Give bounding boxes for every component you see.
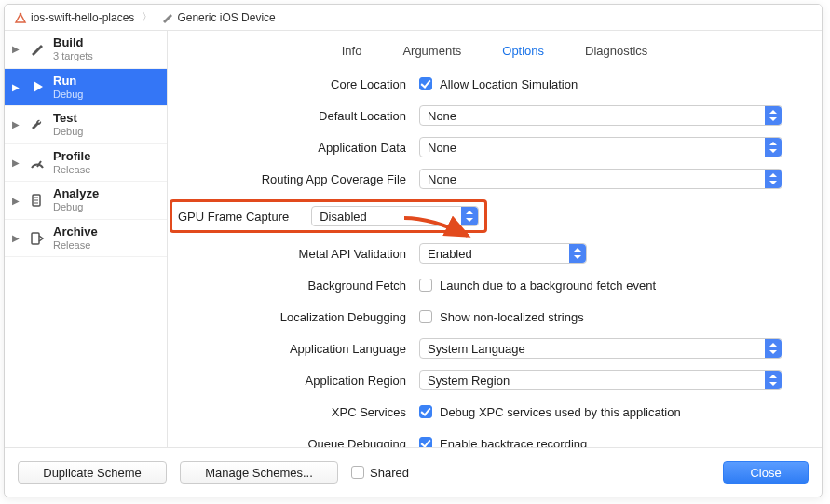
- tabs: Info Arguments Options Diagnostics: [188, 42, 801, 60]
- sidebar-item-label: Build: [53, 36, 93, 50]
- sidebar-item-label: Profile: [53, 150, 90, 164]
- sidebar-item-sublabel: Debug: [53, 126, 83, 138]
- sidebar-item-label: Archive: [53, 225, 98, 239]
- hammer-icon: [160, 11, 173, 24]
- disclosure-triangle-icon[interactable]: ▶: [12, 119, 21, 129]
- sidebar-item-sublabel: Release: [53, 164, 90, 176]
- checkbox-label: Show non-localized strings: [440, 310, 584, 324]
- checkbox-localization[interactable]: [419, 310, 432, 323]
- caret-icon: [569, 244, 586, 263]
- sidebar-item-profile[interactable]: ▶ ProfileRelease: [5, 144, 167, 183]
- disclosure-triangle-icon[interactable]: ▶: [12, 82, 21, 92]
- tab-diagnostics[interactable]: Diagnostics: [581, 42, 651, 60]
- select-value: Disabled: [320, 210, 367, 224]
- label-default-location: Default Location: [188, 109, 419, 123]
- svg-point-0: [20, 12, 22, 15]
- disclosure-triangle-icon[interactable]: ▶: [12, 44, 21, 54]
- select-value: Enabled: [428, 247, 472, 261]
- label-queue-debugging: Queue Debugging: [188, 437, 419, 448]
- checkbox-queue-debugging[interactable]: [419, 437, 432, 447]
- label-application-language: Application Language: [188, 342, 419, 356]
- disclosure-triangle-icon[interactable]: ▶: [12, 196, 21, 206]
- tab-info[interactable]: Info: [338, 42, 366, 60]
- highlight-gpu-frame-capture: GPU Frame Capture Disabled: [170, 199, 487, 233]
- svg-rect-2: [32, 233, 39, 244]
- select-default-location[interactable]: None: [419, 105, 782, 126]
- sidebar-item-sublabel: 3 targets: [53, 50, 93, 62]
- select-application-region[interactable]: System Region: [419, 370, 782, 390]
- sidebar-item-test[interactable]: ▶ TestDebug: [5, 106, 167, 144]
- checkbox-label: Shared: [370, 466, 409, 480]
- breadcrumb: ios-swift-hello-places 〉 Generic iOS Dev…: [5, 5, 822, 31]
- caret-icon: [765, 106, 782, 125]
- sidebar-item-label: Analyze: [53, 187, 99, 201]
- breadcrumb-target[interactable]: Generic iOS Device: [160, 11, 275, 24]
- gauge-icon: [29, 155, 46, 171]
- sidebar-item-sublabel: Debug: [53, 201, 99, 213]
- caret-icon: [765, 371, 782, 389]
- footer: Duplicate Scheme Manage Schemes... Share…: [5, 448, 822, 497]
- disclosure-triangle-icon[interactable]: ▶: [12, 233, 21, 243]
- label-localization-debugging: Localization Debugging: [188, 310, 419, 324]
- breadcrumb-project[interactable]: ios-swift-hello-places: [14, 11, 134, 24]
- select-routing-file[interactable]: None: [419, 169, 782, 189]
- breadcrumb-target-label: Generic iOS Device: [177, 11, 275, 24]
- tab-options[interactable]: Options: [498, 42, 548, 60]
- caret-icon: [765, 138, 782, 157]
- sidebar-item-sublabel: Debug: [53, 89, 83, 101]
- sidebar-item-sublabel: Release: [53, 239, 98, 252]
- sidebar-item-analyze[interactable]: ▶ AnalyzeDebug: [5, 182, 167, 220]
- tab-arguments[interactable]: Arguments: [399, 42, 465, 60]
- select-value: System Region: [428, 374, 510, 388]
- close-button[interactable]: Close: [723, 461, 809, 484]
- breadcrumb-project-label: ios-swift-hello-places: [31, 11, 134, 24]
- wrench-icon: [29, 116, 46, 133]
- checkbox-label: Launch due to a background fetch event: [440, 279, 656, 293]
- app-icon: [14, 11, 27, 24]
- label-core-location: Core Location: [188, 77, 419, 91]
- sidebar-item-build[interactable]: ▶ Build3 targets: [5, 31, 167, 69]
- select-value: None: [428, 172, 456, 186]
- checkbox-allow-location-sim[interactable]: [419, 77, 432, 90]
- select-gpu-frame-capture[interactable]: Disabled: [311, 206, 479, 226]
- label-metal-validation: Metal API Validation: [188, 247, 419, 261]
- select-value: System Language: [428, 342, 525, 356]
- label-background-fetch: Background Fetch: [188, 279, 419, 293]
- chevron-right-icon: 〉: [142, 9, 153, 25]
- checkbox-label: Allow Location Simulation: [440, 77, 578, 91]
- sidebar-item-label: Run: [53, 75, 83, 89]
- label-routing-file: Routing App Coverage File: [188, 172, 419, 186]
- caret-icon: [765, 170, 782, 188]
- checkbox-background-fetch[interactable]: [419, 279, 432, 292]
- select-value: None: [428, 141, 456, 155]
- select-application-language[interactable]: System Language: [419, 338, 782, 359]
- checkbox-label: Debug XPC services used by this applicat…: [440, 405, 681, 419]
- label-application-region: Application Region: [188, 374, 419, 388]
- caret-icon: [461, 207, 478, 225]
- sidebar: ▶ Build3 targets ▶ RunDebug ▶ TestDebug …: [5, 31, 168, 447]
- analyze-icon: [29, 192, 46, 209]
- select-metal-validation[interactable]: Enabled: [419, 243, 587, 264]
- caret-icon: [765, 339, 782, 358]
- play-icon: [29, 78, 46, 95]
- sidebar-item-label: Test: [53, 112, 83, 126]
- sidebar-item-run[interactable]: ▶ RunDebug: [5, 69, 167, 107]
- label-gpu-frame-capture: GPU Frame Capture: [178, 210, 302, 224]
- sidebar-item-archive[interactable]: ▶ ArchiveRelease: [5, 220, 167, 258]
- manage-schemes-button[interactable]: Manage Schemes...: [180, 461, 338, 484]
- checkbox-label: Enable backtrace recording: [440, 437, 587, 448]
- duplicate-scheme-button[interactable]: Duplicate Scheme: [18, 461, 167, 484]
- hammer-icon: [29, 41, 46, 58]
- disclosure-triangle-icon[interactable]: ▶: [12, 157, 21, 168]
- checkbox-xpc-services[interactable]: [419, 405, 432, 418]
- archive-icon: [29, 230, 46, 247]
- checkbox-shared[interactable]: [351, 466, 364, 479]
- select-application-data[interactable]: None: [419, 137, 782, 157]
- label-xpc-services: XPC Services: [188, 405, 419, 419]
- label-application-data: Application Data: [188, 141, 419, 155]
- main-panel: Info Arguments Options Diagnostics Core …: [168, 31, 822, 447]
- select-value: None: [428, 109, 456, 123]
